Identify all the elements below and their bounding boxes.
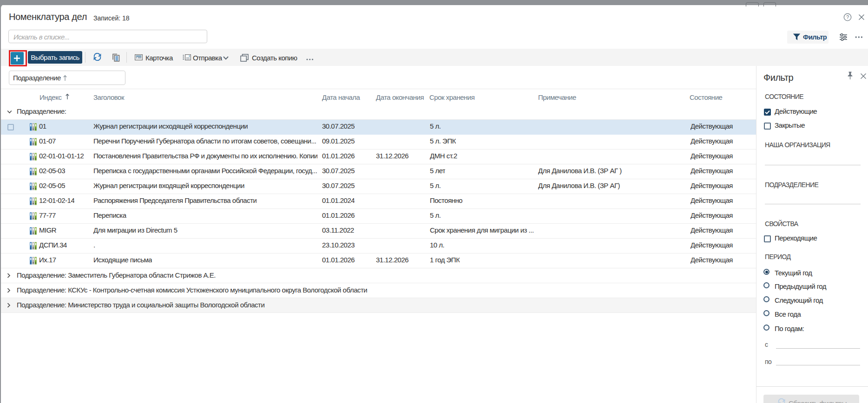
svg-text:?: ? [846,14,849,20]
